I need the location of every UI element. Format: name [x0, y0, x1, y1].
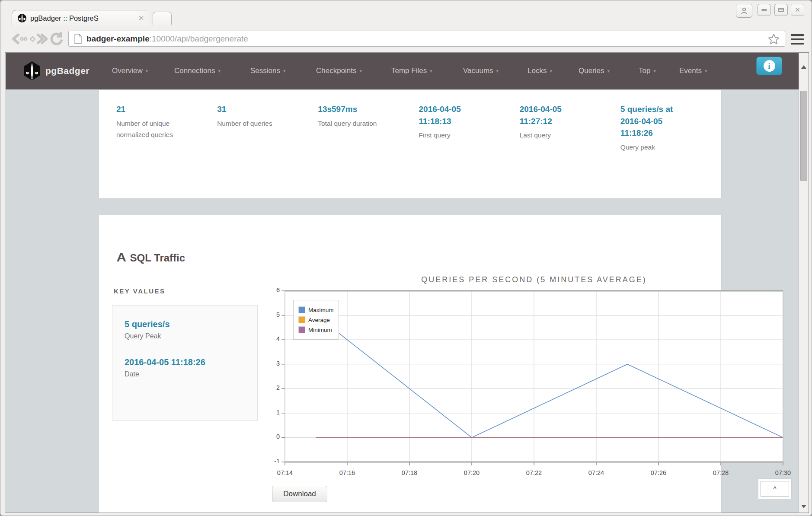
chevron-down-icon: ▾	[430, 68, 432, 74]
info-icon: i	[764, 60, 775, 72]
overview-stats-card: 21 Number of unique normalized queries 3…	[99, 90, 721, 198]
chart-title: QUERIES PER SECOND (5 MINUTES AVERAGE)	[285, 275, 783, 284]
legend-item-minimum: Minimum	[298, 326, 334, 333]
nav-item-vacuums[interactable]: Vacuums▾	[463, 67, 499, 75]
chart-legend: Maximum Average Minimum	[293, 300, 339, 340]
y-tick-label: 0	[260, 433, 280, 440]
legend-item-average: Average	[298, 316, 334, 323]
scrollbar-down-arrow[interactable]	[799, 502, 809, 511]
minimize-icon	[761, 9, 767, 11]
queries-per-second-chart: QUERIES PER SECOND (5 MINUTES AVERAGE) 0…	[260, 273, 787, 482]
stat-total-duration: 13s597ms Total query duration	[318, 103, 419, 153]
triangle-up-icon	[801, 65, 806, 69]
key-values-heading: KEY VALUES	[114, 287, 165, 295]
caret-up-icon: ^	[761, 481, 789, 497]
stat-unique-queries: 21 Number of unique normalized queries	[116, 103, 217, 153]
forward-button[interactable]	[30, 32, 49, 48]
scroll-to-top-button[interactable]: ^	[758, 478, 792, 499]
y-tick-label: 4	[260, 335, 280, 342]
nav-item-checkpoints[interactable]: Checkpoints▾	[316, 67, 362, 75]
back-button[interactable]	[8, 32, 28, 48]
legend-item-maximum: Maximum	[298, 306, 334, 313]
chevron-down-icon: ▾	[146, 68, 148, 74]
browser-tab[interactable]: pgBadger :: PostgreS ✕	[12, 10, 149, 26]
key-value-query-peak: 5 queries/s Query Peak	[125, 319, 249, 340]
maximum-swatch-icon	[298, 306, 305, 313]
x-tick-label: 07:14	[267, 469, 303, 476]
key-values-panel: 5 queries/s Query Peak 2016-04-05 11:18:…	[112, 305, 258, 421]
nav-item-events[interactable]: Events▾	[679, 67, 707, 75]
pgbadger-favicon	[17, 13, 27, 23]
nav-item-locks[interactable]: Locks▾	[527, 67, 552, 75]
window-close-button[interactable]: ✕	[791, 4, 804, 16]
section-title: SQL Traffic	[130, 252, 185, 264]
user-profile-button[interactable]	[736, 4, 752, 18]
nav-item-overview[interactable]: Overview▾	[112, 67, 148, 75]
stat-number-of-queries: 31 Number of queries	[217, 103, 318, 153]
chart-plot	[260, 273, 787, 482]
average-swatch-icon	[298, 316, 305, 323]
minimum-swatch-icon	[298, 326, 305, 333]
close-icon: ✕	[795, 6, 800, 14]
x-tick-label: 07:18	[391, 469, 428, 476]
y-tick-label: 3	[260, 360, 280, 367]
page-icon	[74, 34, 82, 44]
url-bar[interactable]: badger-example:10000/api/badgergenerate	[68, 31, 785, 47]
x-tick-label: 07:16	[329, 469, 365, 476]
scrollbar-up-arrow[interactable]	[799, 63, 809, 71]
chevron-down-icon: ▾	[705, 68, 707, 74]
key-value-date: 2016-04-05 11:18:26 Date	[125, 357, 249, 378]
back-icon	[8, 32, 28, 46]
nav-item-queries[interactable]: Queries▾	[579, 67, 610, 75]
stats-row: 21 Number of unique normalized queries 3…	[99, 90, 721, 153]
url-text: badger-example:10000/api/badgergenerate	[86, 34, 768, 44]
nav-item-top[interactable]: Top▾	[639, 67, 656, 75]
stat-last-query: 2016-04-05 11:27:12 Last query	[520, 103, 620, 153]
y-tick-label: 6	[260, 287, 280, 293]
x-tick-label: 07:20	[454, 469, 490, 476]
person-icon	[740, 7, 748, 15]
x-tick-label: 07:30	[765, 469, 801, 476]
brand-name: pgBadger	[45, 66, 90, 76]
url-path: :10000/api/badgergenerate	[150, 34, 248, 43]
page-scrollbar[interactable]	[799, 53, 809, 513]
chevron-down-icon: ▾	[496, 68, 499, 74]
forward-icon	[30, 32, 49, 46]
chevron-down-icon: ▾	[360, 68, 362, 74]
y-tick-label: 1	[260, 409, 280, 416]
bookmark-star-icon[interactable]	[768, 33, 780, 45]
maximize-icon	[778, 8, 784, 12]
x-tick-label: 07:22	[516, 469, 552, 476]
download-button[interactable]: Download	[272, 486, 327, 502]
scrollbar-thumb[interactable]	[800, 91, 807, 181]
chevron-down-icon: ▾	[218, 68, 221, 74]
minimize-button[interactable]	[758, 4, 770, 16]
tab-title-fade	[134, 10, 149, 26]
nav-item-connections[interactable]: Connections▾	[174, 67, 221, 75]
new-tab-button[interactable]	[153, 12, 172, 25]
triangle-down-icon	[801, 505, 806, 508]
maximize-button[interactable]	[774, 4, 788, 16]
tab-title: pgBadger :: PostgreS	[30, 14, 136, 22]
chevron-down-icon: ▾	[607, 68, 610, 74]
url-host: badger-example	[86, 34, 150, 43]
menu-button[interactable]	[791, 34, 804, 45]
chevron-down-icon: ▾	[653, 68, 656, 74]
y-tick-label: 5	[260, 311, 280, 318]
pgbadger-logo-icon	[23, 61, 41, 83]
y-tick-label: -1	[260, 458, 280, 465]
stat-query-peak: 5 queries/s at 2016-04-05 11:18:26 Query…	[620, 103, 721, 153]
reload-icon	[49, 31, 64, 46]
sql-traffic-heading: A SQL Traffic	[117, 251, 185, 264]
nav-item-sessions[interactable]: Sessions▾	[250, 67, 286, 75]
y-tick-label: 2	[260, 384, 280, 391]
stat-first-query: 2016-04-05 11:18:13 First query	[419, 103, 520, 153]
reload-button[interactable]	[49, 31, 64, 48]
chevron-down-icon: ▾	[283, 68, 286, 74]
info-button[interactable]: i	[756, 57, 782, 75]
section-glyph-icon: A	[117, 251, 126, 264]
browser-window: pgBadger :: PostgreS ✕ ✕ badger-example:…	[0, 0, 812, 516]
chevron-down-icon: ▾	[550, 68, 552, 74]
nav-item-temp-files[interactable]: Temp Files▾	[391, 67, 432, 75]
x-tick-label: 07:24	[578, 469, 614, 476]
